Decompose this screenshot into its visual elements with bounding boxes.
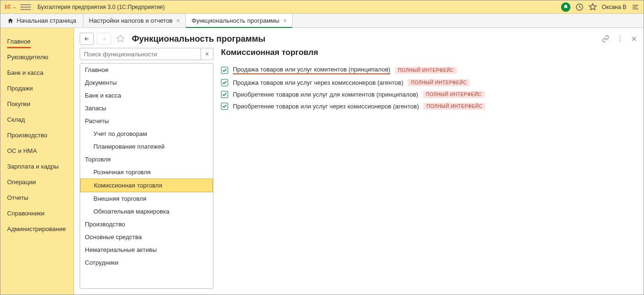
close-icon[interactable] bbox=[630, 35, 638, 43]
function-tree-list[interactable]: ГлавноеДокументыБанк и кассаЗапасыРасчет… bbox=[80, 63, 213, 289]
history-icon[interactable] bbox=[575, 3, 584, 11]
sidebar: Главное Руководителю Банк и касса Продаж… bbox=[0, 28, 74, 295]
sidebar-label: Склад bbox=[7, 116, 25, 123]
sidebar-label: Банк и касса bbox=[7, 69, 44, 76]
tab-tax-settings[interactable]: Настройки налогов и отчетов × bbox=[83, 14, 186, 27]
favorites-icon[interactable] bbox=[589, 3, 597, 11]
tab-label: Настройки налогов и отчетов bbox=[89, 17, 173, 24]
window-menu-icon[interactable] bbox=[631, 3, 640, 11]
search-input[interactable] bbox=[80, 48, 201, 60]
tree-item[interactable]: Сотрудники bbox=[80, 256, 213, 269]
function-tree-panel: × ГлавноеДокументыБанк и кассаЗапасыРасч… bbox=[80, 48, 213, 289]
notifications-icon[interactable] bbox=[561, 2, 570, 12]
sidebar-label: Покупки bbox=[7, 100, 30, 107]
sidebar-label: Продажи bbox=[7, 85, 33, 92]
search-clear-button[interactable]: × bbox=[201, 48, 213, 60]
setting-row: Приобретение товаров или услуг через ком… bbox=[221, 103, 638, 110]
sidebar-item-operations[interactable]: Операции bbox=[0, 174, 74, 190]
setting-label: Приобретение товаров или услуг для комит… bbox=[233, 91, 418, 98]
arrow-right-icon bbox=[101, 36, 107, 42]
favorite-star-icon[interactable] bbox=[116, 34, 125, 44]
sidebar-item-assets[interactable]: ОС и НМА bbox=[0, 143, 74, 159]
interface-badge: ПОЛНЫЙ ИНТЕРФЕЙС bbox=[395, 67, 457, 74]
tree-item[interactable]: Расчеты bbox=[80, 115, 213, 127]
setting-row: Продажа товаров или услуг комитентов (пр… bbox=[221, 66, 638, 74]
svg-point-2 bbox=[619, 36, 620, 37]
interface-badge: ПОЛНЫЙ ИНТЕРФЕЙС bbox=[408, 79, 469, 86]
settings-panel: Комиссионная торговля Продажа товаров ил… bbox=[221, 48, 638, 289]
tab-label: Функциональность программы bbox=[192, 17, 279, 24]
tabs-row: Начальная страница Настройки налогов и о… bbox=[0, 14, 644, 28]
tree-item[interactable]: Обязательная маркировка bbox=[80, 205, 213, 218]
tree-item[interactable]: Планирование платежей bbox=[80, 140, 213, 153]
checkbox[interactable] bbox=[221, 103, 228, 110]
tree-item[interactable]: Нематериальные активы bbox=[80, 243, 213, 256]
sidebar-item-main[interactable]: Главное bbox=[0, 34, 74, 49]
sidebar-item-sales[interactable]: Продажи bbox=[0, 80, 74, 96]
sidebar-label: Зарплата и кадры bbox=[7, 163, 59, 170]
setting-label: Продажа товаров или услуг комитентов (пр… bbox=[233, 66, 390, 74]
sidebar-item-admin[interactable]: Администрирование bbox=[0, 221, 74, 237]
sidebar-label: Производство bbox=[7, 132, 47, 139]
tree-item[interactable]: Документы bbox=[80, 76, 213, 89]
svg-text:1C: 1C bbox=[4, 4, 11, 9]
sidebar-label: Отчеты bbox=[7, 194, 28, 201]
sidebar-item-manager[interactable]: Руководителю bbox=[0, 49, 74, 65]
nav-back-button[interactable] bbox=[80, 33, 94, 45]
sidebar-item-reports[interactable]: Отчеты bbox=[0, 190, 74, 206]
sidebar-item-production[interactable]: Производство bbox=[0, 127, 74, 143]
sidebar-label: Операции bbox=[7, 179, 36, 186]
sidebar-item-purchases[interactable]: Покупки bbox=[0, 96, 74, 112]
tree-item[interactable]: Основные средства bbox=[80, 231, 213, 243]
setting-label: Продажа товаров или услуг через комиссио… bbox=[233, 79, 403, 86]
interface-badge: ПОЛНЫЙ ИНТЕРФЕЙС bbox=[423, 103, 485, 110]
tree-item[interactable]: Запасы bbox=[80, 102, 213, 115]
tree-item[interactable]: Розничная торговля bbox=[80, 166, 213, 179]
interface-badge: ПОЛНЫЙ ИНТЕРФЕЙС bbox=[423, 91, 485, 98]
home-icon bbox=[7, 18, 14, 24]
tree-item[interactable]: Комиссионная торговля bbox=[80, 179, 213, 192]
tree-item[interactable]: Банк и касса bbox=[80, 89, 213, 102]
more-icon[interactable] bbox=[616, 35, 624, 43]
svg-point-4 bbox=[619, 41, 620, 42]
setting-row: Продажа товаров или услуг через комиссио… bbox=[221, 79, 638, 86]
settings-title: Комиссионная торговля bbox=[221, 48, 638, 57]
tab-functionality[interactable]: Функциональность программы × bbox=[186, 14, 293, 27]
checkbox[interactable] bbox=[221, 67, 228, 74]
sidebar-label: Справочники bbox=[7, 210, 45, 217]
content-area: Функциональность программы × ГлавноеДоку… bbox=[74, 28, 644, 295]
svg-point-3 bbox=[619, 38, 620, 39]
tree-item[interactable]: Внешняя торговля bbox=[80, 192, 213, 205]
sidebar-label: Руководителю bbox=[7, 54, 48, 61]
tree-item[interactable]: Производство bbox=[80, 218, 213, 231]
sidebar-label: Главное bbox=[7, 38, 31, 48]
checkbox[interactable] bbox=[221, 79, 228, 86]
logo-1c-icon: 1C bbox=[4, 3, 18, 11]
sidebar-item-bank[interactable]: Банк и касса bbox=[0, 65, 74, 80]
arrow-left-icon bbox=[83, 36, 90, 42]
app-title: Бухгалтерия предприятия 3.0 (1С:Предприя… bbox=[37, 4, 561, 10]
setting-row: Приобретение товаров или услуг для комит… bbox=[221, 91, 638, 98]
hamburger-menu-icon[interactable] bbox=[20, 2, 31, 12]
setting-label: Приобретение товаров или услуг через ком… bbox=[233, 103, 419, 110]
page-title: Функциональность программы bbox=[132, 34, 266, 44]
checkbox[interactable] bbox=[221, 91, 228, 98]
tree-item[interactable]: Торговля bbox=[80, 153, 213, 166]
sidebar-item-hr[interactable]: Зарплата и кадры bbox=[0, 159, 74, 174]
tree-item[interactable]: Главное bbox=[80, 63, 213, 76]
sidebar-item-directories[interactable]: Справочники bbox=[0, 206, 74, 221]
titlebar: 1C Бухгалтерия предприятия 3.0 (1С:Предп… bbox=[0, 0, 644, 14]
home-tab[interactable]: Начальная страница bbox=[0, 14, 83, 27]
sidebar-label: ОС и НМА bbox=[7, 147, 37, 154]
sidebar-label: Администрирование bbox=[7, 225, 66, 232]
content-header: Функциональность программы bbox=[74, 28, 644, 48]
sidebar-item-warehouse[interactable]: Склад bbox=[0, 112, 74, 127]
nav-forward-button bbox=[97, 33, 111, 45]
home-tab-label: Начальная страница bbox=[17, 17, 76, 24]
link-icon[interactable] bbox=[602, 35, 609, 43]
tab-close-icon[interactable]: × bbox=[176, 18, 180, 24]
user-name[interactable]: Оксана В bbox=[602, 4, 626, 10]
tab-close-icon[interactable]: × bbox=[283, 18, 286, 24]
tree-item[interactable]: Учет по договорам bbox=[80, 127, 213, 140]
